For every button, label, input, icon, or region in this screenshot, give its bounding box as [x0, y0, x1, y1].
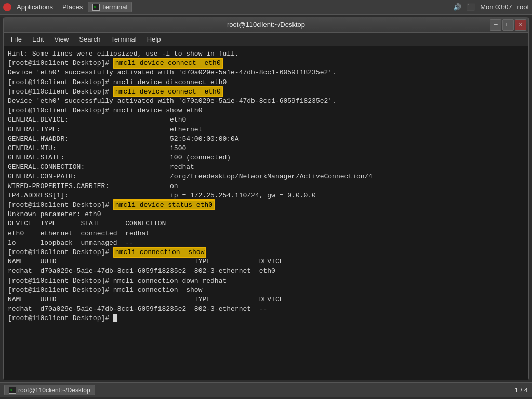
highlighted-command: nmcli device status eth0	[113, 200, 215, 210]
close-button[interactable]: ✕	[515, 19, 526, 31]
menu-item-file[interactable]: File	[7, 34, 26, 44]
bottom-bar: >_ root@110client:~/Desktop 1 / 4	[0, 382, 532, 397]
terminal-line: [root@110client Desktop]#	[8, 314, 524, 323]
prompt-prefix: [root@110client Desktop]#	[8, 88, 113, 96]
volume-icon: 🔊	[453, 3, 461, 11]
maximize-button[interactable]: □	[502, 19, 514, 31]
terminal-line: [root@110client Desktop]# nmcli device c…	[8, 59, 524, 68]
system-bar-left: Applications Places >_ Terminal	[3, 2, 132, 12]
terminal-line: redhat d70a029e-5a1e-47db-8cc1-6059f1823…	[8, 304, 524, 314]
screen-icon: ⬛	[467, 3, 475, 11]
terminal-line: GENERAL.CONNECTION: redhat	[8, 163, 524, 172]
terminal-line: lo loopback unmanaged --	[8, 238, 524, 248]
terminal-line: GENERAL.CON-PATH: /org/freedesktop/Netwo…	[8, 172, 524, 181]
system-icon	[3, 3, 11, 11]
applications-menu[interactable]: Applications	[12, 2, 57, 12]
terminal-line: GENERAL.STATE: 100 (connected)	[8, 153, 524, 163]
terminal-line: Hint: Some lines were ellipsized, use -l…	[8, 49, 524, 59]
terminal-line: NAME UUID TYPE DEVICE	[8, 257, 524, 267]
terminal-icon: >_	[92, 4, 100, 11]
bottom-terminal-icon: >_	[9, 387, 16, 394]
terminal-line: Device 'eth0' successfully activated wit…	[8, 97, 524, 106]
terminal-line: Unknown parameter: eth0	[8, 210, 524, 219]
terminal-line: [root@110client Desktop]# nmcli device c…	[8, 87, 524, 97]
highlighted-command: nmcli connection show	[113, 247, 207, 258]
terminal-line: redhat d70a029e-5a1e-47db-8cc1-6059f1823…	[8, 267, 524, 276]
terminal-line: [root@110client Desktop]# nmcli connecti…	[8, 286, 524, 295]
prompt-prefix: [root@110client Desktop]#	[8, 201, 113, 209]
terminal-line: IP4.ADDRESS[1]: ip = 172.25.254.110/24, …	[8, 191, 524, 201]
terminal-taskbar-button[interactable]: >_ Terminal	[88, 2, 132, 12]
minimize-button[interactable]: —	[490, 19, 501, 31]
terminal-line: NAME UUID TYPE DEVICE	[8, 295, 524, 304]
datetime-display: Mon 03:07	[480, 3, 512, 11]
terminal-content[interactable]: Hint: Some lines were ellipsized, use -l…	[4, 46, 528, 380]
terminal-line: Device 'eth0' successfully activated wit…	[8, 68, 524, 77]
places-menu[interactable]: Places	[58, 2, 87, 12]
menu-item-view[interactable]: View	[50, 34, 73, 44]
terminal-taskbar-label: Terminal	[102, 3, 127, 11]
menu-bar: FileEditViewSearchTerminalHelp	[4, 33, 528, 46]
prompt-prefix: [root@110client Desktop]#	[8, 59, 113, 67]
highlighted-command: nmcli device connect eth0	[113, 58, 223, 69]
prompt-prefix: [root@110client Desktop]#	[8, 248, 113, 256]
terminal-line: GENERAL.MTU: 1500	[8, 144, 524, 153]
cursor	[113, 314, 117, 322]
terminal-line: GENERAL.HWADDR: 52:54:00:00:00:0A	[8, 135, 524, 144]
terminal-line: [root@110client Desktop]# nmcli connecti…	[8, 248, 524, 257]
window-controls: — □ ✕	[490, 19, 526, 31]
terminal-line: [root@110client Desktop]# nmcli connecti…	[8, 276, 524, 286]
user-label: root	[517, 3, 529, 11]
terminal-line: WIRED-PROPERTIES.CARRIER: on	[8, 182, 524, 191]
terminal-line: GENERAL.DEVICE: eth0	[8, 115, 524, 125]
terminal-line: eth0 ethernet connected redhat	[8, 229, 524, 238]
terminal-line: [root@110client Desktop]# nmcli device s…	[8, 201, 524, 210]
terminal-line: [root@110client Desktop]# nmcli device d…	[8, 78, 524, 87]
terminal-line: GENERAL.TYPE: ethernet	[8, 125, 524, 135]
menu-item-search[interactable]: Search	[75, 34, 104, 44]
terminal-window: root@110client:~/Desktop — □ ✕ FileEditV…	[3, 17, 529, 380]
menu-item-terminal[interactable]: Terminal	[107, 34, 141, 44]
terminal-line: DEVICE TYPE STATE CONNECTION	[8, 219, 524, 229]
system-bar: Applications Places >_ Terminal 🔊 ⬛ Mon …	[0, 0, 532, 15]
system-bar-right: 🔊 ⬛ Mon 03:07 root	[453, 3, 529, 11]
menu-item-edit[interactable]: Edit	[28, 34, 48, 44]
window-title: root@110client:~/Desktop	[227, 21, 305, 29]
highlighted-command: nmcli device connect eth0	[113, 86, 223, 97]
bottom-taskbar-label: root@110client:~/Desktop	[18, 387, 90, 394]
terminal-line: [root@110client Desktop]# nmcli device s…	[8, 106, 524, 115]
page-indicator: 1 / 4	[515, 386, 528, 394]
title-bar: root@110client:~/Desktop — □ ✕	[4, 17, 528, 33]
bottom-taskbar-button[interactable]: >_ root@110client:~/Desktop	[4, 385, 95, 395]
menu-item-help[interactable]: Help	[143, 34, 165, 44]
